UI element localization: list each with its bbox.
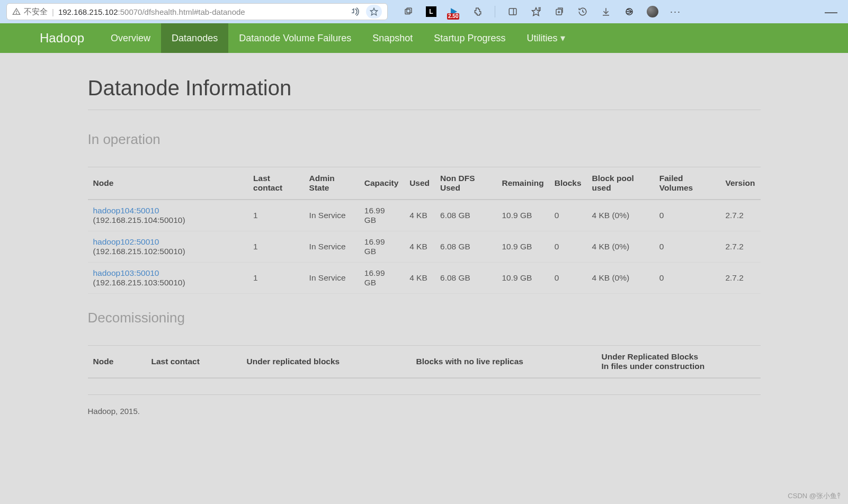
cell-failed-volumes: 0	[654, 200, 720, 231]
svg-rect-4	[407, 8, 412, 13]
svg-rect-6	[509, 8, 516, 15]
cell-last-contact: 1	[248, 231, 304, 263]
favorites-icon[interactable]	[530, 6, 542, 17]
tabs-icon[interactable]	[403, 6, 414, 17]
svg-rect-3	[405, 10, 410, 14]
decomissioning-table: Node Last contact Under replicated block…	[88, 345, 761, 379]
col-last-contact: Last contact	[248, 167, 304, 200]
col-non-dfs-used: Non DFS Used	[435, 167, 496, 200]
cell-node: hadoop103:50010 (192.168.215.103:50010)	[88, 263, 248, 294]
cell-admin-state: In Service	[304, 200, 359, 231]
favorite-button[interactable]	[366, 5, 382, 19]
node-link[interactable]: hadoop103:50010	[93, 268, 159, 277]
cell-block-pool-used: 4 KB (0%)	[587, 263, 654, 294]
nav-item-snapshot[interactable]: Snapshot	[362, 23, 423, 53]
cell-non-dfs-used: 6.08 GB	[435, 200, 496, 231]
ie-mode-icon[interactable]	[623, 6, 635, 17]
node-address: (192.168.215.102:50010)	[93, 247, 185, 256]
svg-marker-2	[370, 8, 377, 15]
col-line1: Under Replicated Blocks	[602, 352, 699, 361]
col-used: Used	[404, 167, 435, 200]
read-aloud-icon[interactable]	[350, 7, 360, 16]
more-menu-icon[interactable]: ···	[670, 6, 681, 17]
nav-item-datanode-volume-failures[interactable]: Datanode Volume Failures	[228, 23, 362, 53]
not-secure-badge[interactable]: 不安全	[12, 7, 48, 17]
col-node: Node	[88, 167, 248, 200]
warning-icon	[12, 7, 21, 16]
cell-admin-state: In Service	[304, 263, 359, 294]
history-icon[interactable]	[577, 6, 588, 17]
cell-failed-volumes: 0	[654, 263, 720, 294]
col-failed-volumes: Failed Volumes	[654, 167, 720, 200]
address-bar[interactable]: 不安全 | 192.168.215.102:50070/dfshealth.ht…	[6, 3, 388, 20]
profile-avatar[interactable]	[647, 6, 658, 17]
cell-non-dfs-used: 6.08 GB	[435, 263, 496, 294]
node-link[interactable]: hadoop104:50010	[93, 206, 159, 215]
nav-item-overview[interactable]: Overview	[100, 23, 161, 53]
cell-used: 4 KB	[404, 231, 435, 263]
browser-chrome: 不安全 | 192.168.215.102:50070/dfshealth.ht…	[0, 0, 848, 23]
cell-remaining: 10.9 GB	[496, 200, 549, 231]
table-header-row: NodeLast contactAdmin StateCapacityUsedN…	[88, 167, 761, 200]
chevron-down-icon: ▾	[560, 32, 565, 44]
browser-left: 不安全 | 192.168.215.102:50070/dfshealth.ht…	[5, 3, 388, 20]
page-scroll[interactable]: Datanode Information In operation NodeLa…	[0, 53, 848, 504]
col-block-pool-used: Block pool used	[587, 167, 654, 200]
collections-icon[interactable]	[554, 6, 565, 17]
sidebar-toggle-icon[interactable]	[507, 6, 519, 17]
star-icon	[370, 7, 378, 16]
col-blocks: Blocks	[549, 167, 587, 200]
window-minimize-button[interactable]: —	[819, 4, 843, 19]
col-capacity: Capacity	[359, 167, 404, 200]
col-under-replicated-construction: Under Replicated Blocks In files under c…	[596, 346, 761, 379]
col-version: Version	[720, 167, 760, 200]
url-host: 192.168.215.102	[58, 7, 118, 16]
cell-remaining: 10.9 GB	[496, 231, 549, 263]
not-secure-text: 不安全	[24, 7, 48, 17]
cell-remaining: 10.9 GB	[496, 263, 549, 294]
cell-blocks: 0	[549, 263, 587, 294]
cell-node: hadoop104:50010 (192.168.215.104:50010)	[88, 200, 248, 231]
footer-divider	[88, 394, 761, 395]
cell-capacity: 16.99 GB	[359, 231, 404, 263]
cell-failed-volumes: 0	[654, 231, 720, 263]
node-link[interactable]: hadoop102:50010	[93, 237, 159, 246]
brand[interactable]: Hadoop	[40, 23, 100, 53]
table-header-row: Node Last contact Under replicated block…	[88, 346, 761, 379]
downloads-icon[interactable]	[600, 6, 612, 17]
in-operation-table: NodeLast contactAdmin StateCapacityUsedN…	[88, 167, 761, 294]
nav-item-datanodes[interactable]: Datanodes	[161, 23, 228, 53]
extension-l-icon[interactable]: L	[426, 6, 436, 17]
hadoop-navbar: Hadoop OverviewDatanodesDatanode Volume …	[0, 23, 848, 53]
url-separator: |	[52, 7, 54, 16]
toolbar-divider	[495, 6, 495, 17]
cell-blocks: 0	[549, 200, 587, 231]
cell-block-pool-used: 4 KB (0%)	[587, 231, 654, 263]
cell-version: 2.7.2	[720, 200, 760, 231]
cell-last-contact: 1	[248, 263, 304, 294]
cell-used: 4 KB	[404, 200, 435, 231]
content-container: Datanode Information In operation NodeLa…	[88, 53, 761, 426]
cell-version: 2.7.2	[720, 263, 760, 294]
address-bar-actions	[350, 5, 382, 19]
decomissioning-heading: Decomissioning	[88, 310, 761, 326]
nav-items: OverviewDatanodesDatanode Volume Failure…	[100, 23, 576, 53]
col-no-live-replicas: Blocks with no live replicas	[411, 346, 596, 379]
col-node: Node	[88, 346, 146, 379]
extensions-icon[interactable]	[471, 6, 483, 17]
node-address: (192.168.215.103:50010)	[93, 278, 185, 287]
nav-item-utilities[interactable]: Utilities▾	[516, 23, 576, 53]
nav-item-startup-progress[interactable]: Startup Progress	[423, 23, 516, 53]
cell-last-contact: 1	[248, 200, 304, 231]
cell-capacity: 16.99 GB	[359, 263, 404, 294]
cell-used: 4 KB	[404, 263, 435, 294]
col-under-replicated: Under replicated blocks	[242, 346, 411, 379]
page-title: Datanode Information	[88, 53, 761, 110]
title-divider	[88, 110, 761, 110]
in-operation-heading: In operation	[88, 131, 761, 148]
cell-capacity: 16.99 GB	[359, 200, 404, 231]
cell-version: 2.7.2	[720, 231, 760, 263]
cell-node: hadoop102:50010 (192.168.215.102:50010)	[88, 231, 248, 263]
col-remaining: Remaining	[496, 167, 549, 200]
idm-extension-icon[interactable]: 2.50	[448, 6, 460, 17]
